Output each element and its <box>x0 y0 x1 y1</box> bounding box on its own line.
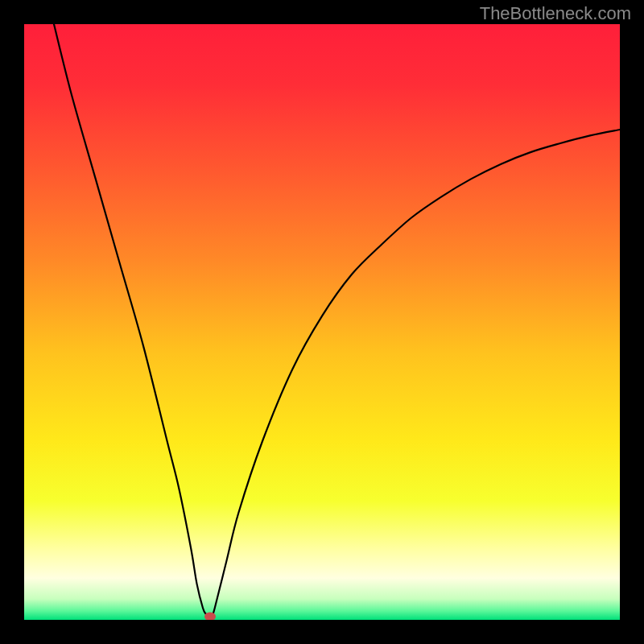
bottleneck-curve <box>24 24 620 620</box>
plot-area <box>24 24 620 620</box>
sweet-spot-marker <box>204 612 216 620</box>
watermark-text: TheBottleneck.com <box>480 3 631 24</box>
chart-frame: TheBottleneck.com <box>0 0 644 644</box>
